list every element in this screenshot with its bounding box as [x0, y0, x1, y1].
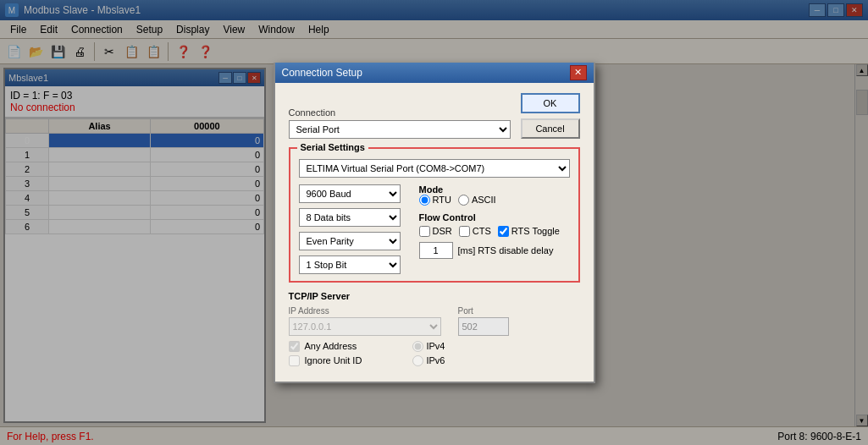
mode-label: Mode — [419, 184, 570, 195]
serial-settings-label: Serial Settings — [297, 142, 368, 152]
databits-select[interactable]: 8 Data bits 7 Data bits — [299, 208, 401, 227]
cancel-button[interactable]: Cancel — [521, 118, 580, 139]
connection-setup-dialog: Connection Setup ✕ Connection Serial Por… — [274, 63, 595, 383]
ignore-unit-id-label: Ignore Unit ID — [305, 355, 362, 365]
dialog-close-button[interactable]: ✕ — [570, 65, 587, 80]
rts-delay-input[interactable] — [419, 242, 453, 259]
dsr-checkbox[interactable] — [419, 226, 430, 237]
stopbits-select[interactable]: 1 Stop Bit 2 Stop Bits — [299, 255, 401, 274]
parity-select[interactable]: Even Parity None Odd Parity — [299, 232, 401, 250]
ip-address-select: 127.0.0.1 — [289, 317, 441, 336]
rts-delay-label: [ms] RTS disable delay — [458, 245, 554, 255]
tcpip-label: TCP/IP Server — [289, 291, 580, 301]
cts-label: CTS — [473, 226, 491, 236]
ascii-radio[interactable] — [458, 195, 469, 206]
rts-toggle-label: RTS Toggle — [511, 226, 560, 236]
rtu-radio[interactable] — [419, 195, 430, 206]
dsr-label: DSR — [433, 226, 452, 236]
serial-settings-group: Serial Settings ELTIMA Virtual Serial Po… — [289, 147, 580, 283]
modal-overlay: Connection Setup ✕ Connection Serial Por… — [0, 0, 868, 445]
cts-checkbox[interactable] — [459, 226, 470, 237]
ipv4-radio — [412, 341, 423, 352]
any-address-label: Any Address — [305, 341, 357, 351]
dialog-title-bar: Connection Setup ✕ — [275, 63, 594, 83]
ipv4-label: IPv4 — [426, 341, 445, 351]
connection-label: Connection — [289, 107, 511, 118]
ignore-unit-id-checkbox — [289, 355, 300, 366]
any-address-checkbox — [289, 341, 300, 352]
tcpip-section: TCP/IP Server IP Address 127.0.0.1 Port — [289, 291, 580, 371]
flow-control-label: Flow Control — [419, 212, 570, 222]
ipv6-label: IPv6 — [426, 355, 445, 365]
port-label: Port — [458, 306, 509, 316]
tcp-port-input — [458, 317, 509, 336]
rtu-label: RTU — [433, 195, 451, 205]
dialog-content: Connection Serial Port TCP/IP Server TCP… — [275, 83, 594, 382]
baud-select[interactable]: 9600 Baud 1200 Baud 2400 Baud 4800 Baud … — [299, 184, 401, 203]
ok-button[interactable]: OK — [521, 93, 580, 113]
ip-address-label: IP Address — [289, 306, 441, 316]
connection-select[interactable]: Serial Port TCP/IP Server TCP/IP Client … — [289, 120, 511, 139]
dialog-title: Connection Setup — [282, 67, 362, 79]
ipv6-radio — [412, 355, 423, 366]
ascii-label: ASCII — [472, 195, 496, 205]
rts-toggle-checkbox[interactable] — [498, 226, 509, 237]
port-select[interactable]: ELTIMA Virtual Serial Port (COM8->COM7) … — [299, 159, 570, 178]
